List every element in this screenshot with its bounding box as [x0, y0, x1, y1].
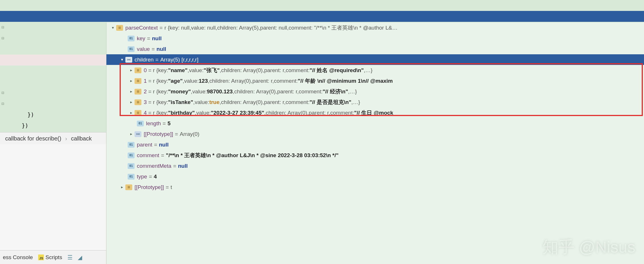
expand-arrow-down-icon[interactable]: ▾	[118, 54, 125, 65]
tree-row-child[interactable]: ▸ 2 = r {key: "money",value: 98700.123,c…	[106, 86, 644, 97]
scripts-tab[interactable]: JSScripts	[38, 254, 62, 261]
js-icon: JS	[38, 255, 44, 260]
primitive-icon: 01	[128, 142, 135, 148]
tree-row-children-selected[interactable]: ▾ children = Array(5) [r,r,r,r,r]	[106, 54, 644, 65]
object-icon	[135, 99, 141, 105]
breadcrumb-item[interactable]: callback for describe()	[5, 135, 61, 142]
tree-row-child[interactable]: ▸ 1 = r {key: "age",value: 123,children:…	[106, 76, 644, 86]
primitive-icon: 01	[128, 46, 135, 52]
debug-variables-panel[interactable]: ▾ parseContext = r {key: null,value: nul…	[106, 22, 644, 264]
layout-icon[interactable]: ☰	[67, 254, 73, 261]
tree-row-prototype[interactable]: ▸ [[Prototype]] = t	[106, 182, 644, 192]
expand-arrow-right-icon[interactable]: ▸	[128, 97, 135, 107]
object-icon	[125, 184, 132, 190]
tree-row-value[interactable]: 01 value = null	[106, 44, 644, 54]
primitive-icon: 01	[128, 174, 135, 180]
breadcrumb-separator: ›	[65, 135, 67, 142]
primitive-icon: 01	[128, 36, 135, 41]
object-icon	[135, 68, 141, 73]
chart-icon[interactable]: ◢	[78, 254, 82, 261]
expand-arrow-right-icon[interactable]: ▸	[128, 86, 135, 97]
tree-row-root[interactable]: ▾ parseContext = r {key: null,value: nul…	[106, 22, 644, 33]
console-tab[interactable]: ess Console	[3, 254, 33, 261]
array-icon	[135, 131, 141, 137]
tree-row-parent[interactable]: 01 parent = null	[106, 139, 644, 150]
expand-arrow-right-icon[interactable]: ▸	[118, 182, 125, 192]
code-line[interactable]: const parseContext: ParseContext = parse…	[0, 0, 644, 11]
breadcrumb-item[interactable]: callback	[71, 135, 92, 142]
tree-row-prototype[interactable]: ▸ [[Prototype]] = Array(0)	[106, 129, 644, 139]
object-icon	[116, 25, 123, 31]
tree-row-key[interactable]: 01 key = null	[106, 33, 644, 44]
tree-row-child[interactable]: ▸ 3 = r {key: "isTanke",value: true,chil…	[106, 97, 644, 107]
bottom-toolbar: ess Console JSScripts ☰ ◢	[0, 250, 106, 264]
code-line-current[interactable]: console.log(parseContext); parseContext:…	[0, 11, 644, 22]
tree-row-child[interactable]: ▸ 4 = r {key: "birthday",value: "2022-3-…	[106, 107, 644, 118]
tree-row-child[interactable]: ▸ 0 = r {key: "name",value: "张飞",childre…	[106, 65, 644, 76]
object-icon	[135, 78, 141, 84]
tree-row-length[interactable]: 01 length = 5	[106, 118, 644, 129]
breadcrumb[interactable]: callback for describe() › callback	[0, 132, 106, 144]
tree-row-comment[interactable]: 01 comment = "/**\n * 王者英雄\n * @author L…	[106, 150, 644, 161]
array-icon	[125, 57, 132, 63]
panel-blank	[0, 144, 106, 250]
expand-arrow-down-icon[interactable]: ▾	[109, 22, 116, 33]
fold-icon[interactable]: ⊟	[1, 33, 4, 44]
object-icon	[135, 110, 141, 116]
expand-arrow-right-icon[interactable]: ▸	[128, 107, 135, 118]
fold-icon-close[interactable]: ⊟	[1, 98, 4, 109]
tree-row-type[interactable]: 01 type = 4	[106, 171, 644, 182]
primitive-icon: 01	[128, 163, 135, 169]
tree-row-commentMeta[interactable]: 01 commentMeta = null	[106, 161, 644, 171]
object-icon	[135, 89, 141, 95]
expand-arrow-right-icon[interactable]: ▸	[128, 65, 135, 76]
expand-arrow-right-icon[interactable]: ▸	[128, 129, 135, 139]
primitive-icon: 01	[128, 153, 135, 158]
fold-icon-close[interactable]: ⊟	[1, 87, 4, 98]
expand-arrow-right-icon[interactable]: ▸	[128, 76, 135, 86]
primitive-icon: 01	[137, 121, 144, 126]
fold-icon[interactable]: ⊟	[1, 22, 4, 33]
